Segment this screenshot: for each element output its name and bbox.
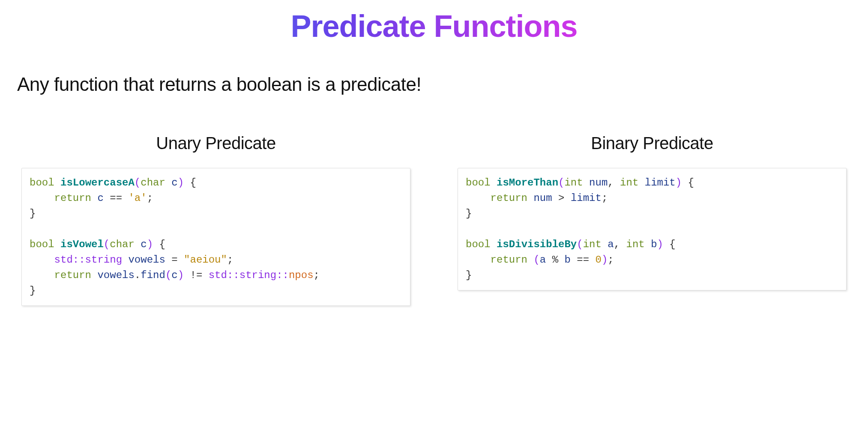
code-columns: Unary Predicate bool isLowercaseA(char c… — [17, 134, 851, 306]
page-title: Predicate Functions — [17, 9, 851, 44]
binary-column: Binary Predicate bool isMoreThan(int num… — [458, 134, 847, 306]
subtitle-text: Any function that returns a boolean is a… — [17, 74, 851, 95]
binary-heading: Binary Predicate — [458, 134, 847, 153]
binary-code-block: bool isMoreThan(int num, int limit) { re… — [458, 168, 847, 290]
unary-heading: Unary Predicate — [21, 134, 410, 153]
unary-code-block: bool isLowercaseA(char c) { return c == … — [21, 168, 410, 306]
unary-column: Unary Predicate bool isLowercaseA(char c… — [21, 134, 410, 306]
